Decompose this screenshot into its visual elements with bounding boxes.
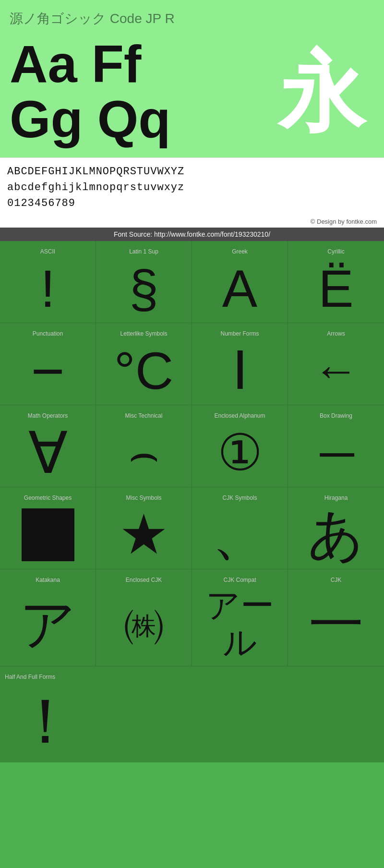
cell-ascii: ASCII ! <box>0 241 96 323</box>
char-gg: Gg <box>10 93 83 145</box>
cell-cjksym: CJK Symbols 、 <box>192 487 288 569</box>
symbol-latin1sup: § <box>129 259 158 318</box>
label-enccjk: Enclosed CJK <box>101 577 187 583</box>
chars-row-1: Aa Ff <box>10 37 269 90</box>
grid-row-3: Math Operators ∀ Misc Technical ⌢ Enclos… <box>0 405 384 487</box>
copyright-section: © Design by fontke.com <box>0 217 384 228</box>
symbol-mathop: ∀ <box>28 423 68 482</box>
label-encalpha: Enclosed Alphanum <box>197 412 283 419</box>
black-square <box>22 508 74 561</box>
label-katakana: Katakana <box>5 577 91 583</box>
alphabet-section: ABCDEFGHIJKLMNOPQRSTUVWXYZ abcdefghijklm… <box>0 157 384 217</box>
cell-cjk: CJK 一 <box>288 569 384 666</box>
symbol-misctech: ⌢ <box>128 423 160 482</box>
cell-miscymbols: Misc Symbols ★ <box>96 487 192 569</box>
cell-cjkcompat: CJK Compat アール <box>192 569 288 666</box>
label-halffulls: Half And Full Forms <box>5 674 379 680</box>
symbol-numberforms: Ⅰ <box>232 341 248 400</box>
cell-greek: Greek Α <box>192 241 288 323</box>
cell-misctech: Misc Technical ⌢ <box>96 405 192 487</box>
symbol-cjkcompat: アール <box>197 587 283 661</box>
label-cjk: CJK <box>293 577 379 583</box>
label-arrows: Arrows <box>293 330 379 337</box>
char-qq: Qq <box>97 93 171 145</box>
symbol-greek: Α <box>222 259 257 318</box>
symbol-cyrillic: Ë <box>318 259 353 318</box>
lowercase-alphabet: abcdefghijklmnopqrstuvwxyz <box>7 180 377 195</box>
character-grid: ASCII ! Latin 1 Sup § Greek Α Cyrillic Ë… <box>0 241 384 762</box>
symbol-katakana: ア <box>20 587 76 661</box>
symbol-encalpha: ① <box>217 423 263 482</box>
symbol-enccjk: ㈱ <box>123 587 164 661</box>
font-title: 源ノ角ゴシック Code JP R <box>10 10 374 28</box>
symbol-boxdraw: ─ <box>320 423 352 482</box>
label-ascii: ASCII <box>5 248 91 255</box>
font-source-bar: Font Source: http://www.fontke.com/font/… <box>0 228 384 241</box>
grid-row-5: Katakana ア Enclosed CJK ㈱ CJK Compat アール… <box>0 569 384 666</box>
uppercase-alphabet: ABCDEFGHIJKLMNOPQRSTUVWXYZ <box>7 164 377 180</box>
cell-geoshapes: Geometric Shapes <box>0 487 96 569</box>
cell-cyrillic: Cyrillic Ë <box>288 241 384 323</box>
label-boxdraw: Box Drawing <box>293 412 379 419</box>
label-punctuation: Punctuation <box>5 330 91 337</box>
grid-row-4: Geometric Shapes Misc Symbols ★ CJK Symb… <box>0 487 384 569</box>
kanji-preview: 永 <box>269 49 374 136</box>
cell-letterlike: Letterlike Symbols °C <box>96 323 192 405</box>
top-section: 源ノ角ゴシック Code JP R Aa Ff Gg Qq 永 <box>0 0 384 157</box>
symbol-punctuation: − <box>31 341 64 400</box>
cell-boxdraw: Box Drawing ─ <box>288 405 384 487</box>
symbol-geoshapes <box>22 505 74 564</box>
cell-katakana: Katakana ア <box>0 569 96 666</box>
cell-latin1sup: Latin 1 Sup § <box>96 241 192 323</box>
cell-punctuation: Punctuation − <box>0 323 96 405</box>
symbol-hiragana: あ <box>308 505 364 564</box>
symbol-ascii: ! <box>40 259 55 318</box>
label-greek: Greek <box>197 248 283 255</box>
digits: 0123456789 <box>7 195 377 211</box>
symbol-cjk: 一 <box>309 587 364 661</box>
label-hiragana: Hiragana <box>293 494 379 501</box>
label-letterlike: Letterlike Symbols <box>101 330 187 337</box>
label-numberforms: Number Forms <box>197 330 283 337</box>
cell-numberforms: Number Forms Ⅰ <box>192 323 288 405</box>
label-geoshapes: Geometric Shapes <box>5 494 91 501</box>
cell-enccjk: Enclosed CJK ㈱ <box>96 569 192 666</box>
chars-row-2: Gg Qq <box>10 93 269 145</box>
symbol-cjksym: 、 <box>212 505 267 564</box>
large-chars-preview: Aa Ff Gg Qq 永 <box>10 33 374 153</box>
cell-hiragana: Hiragana あ <box>288 487 384 569</box>
label-cjkcompat: CJK Compat <box>197 577 283 583</box>
label-misctech: Misc Technical <box>101 412 187 419</box>
char-ff: Ff <box>92 37 142 90</box>
label-latin1sup: Latin 1 Sup <box>101 248 187 255</box>
symbol-miscymbols: ★ <box>119 505 168 564</box>
grid-row-1: ASCII ! Latin 1 Sup § Greek Α Cyrillic Ë <box>0 241 384 323</box>
cell-encalpha: Enclosed Alphanum ① <box>192 405 288 487</box>
cell-halffulls: Half And Full Forms ！ <box>0 666 384 762</box>
cell-mathop: Math Operators ∀ <box>0 405 96 487</box>
copyright-text: © Design by fontke.com <box>311 218 377 225</box>
latin-chars: Aa Ff Gg Qq <box>10 37 269 148</box>
symbol-halffulls: ！ <box>5 684 379 758</box>
cell-arrows: Arrows ← <box>288 323 384 405</box>
symbol-arrows: ← <box>313 341 359 400</box>
label-miscymbols: Misc Symbols <box>101 494 187 501</box>
symbol-letterlike: °C <box>114 341 173 400</box>
label-cjksym: CJK Symbols <box>197 494 283 501</box>
grid-row-2: Punctuation − Letterlike Symbols °C Numb… <box>0 323 384 405</box>
grid-row-last: Half And Full Forms ！ <box>0 666 384 762</box>
label-cyrillic: Cyrillic <box>293 248 379 255</box>
char-aa: Aa <box>10 37 77 90</box>
label-mathop: Math Operators <box>5 412 91 419</box>
